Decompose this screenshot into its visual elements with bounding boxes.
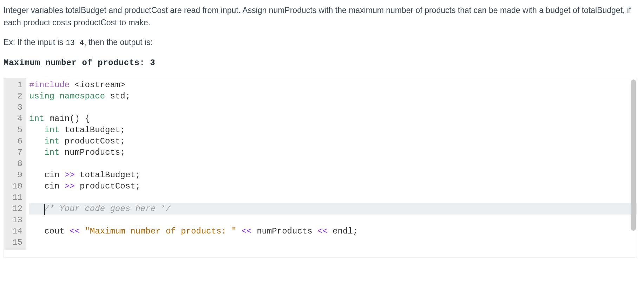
line-number-gutter: 123456789101112131415 [4, 78, 26, 250]
line-number: 11 [4, 192, 24, 203]
code-line[interactable]: cin >> totalBudget; [29, 170, 637, 181]
problem-paragraph-1: Integer variables totalBudget and produc… [4, 4, 640, 28]
problem-example: Ex: If the input is 13 4, then the outpu… [4, 36, 640, 49]
line-number: 7 [4, 147, 24, 158]
code-line[interactable]: #include <iostream> [29, 79, 637, 91]
code-line[interactable]: cout << "Maximum number of products: " <… [29, 226, 637, 237]
line-number: 13 [4, 215, 24, 226]
code-line[interactable]: /* Your code goes here */ [29, 203, 637, 215]
scrollbar-track[interactable] [631, 79, 636, 256]
scrollbar-thumb[interactable] [631, 79, 636, 231]
line-number: 12 [4, 203, 24, 215]
line-number: 10 [4, 181, 24, 192]
problem-description: Integer variables totalBudget and produc… [4, 4, 640, 69]
code-line[interactable] [29, 158, 637, 170]
line-number: 14 [4, 226, 24, 237]
line-number: 4 [4, 113, 24, 124]
code-editor[interactable]: 123456789101112131415 #include <iostream… [4, 78, 637, 258]
line-number: 3 [4, 102, 24, 113]
code-line[interactable]: int numProducts; [29, 147, 637, 158]
example-output: Maximum number of products: 3 [4, 57, 640, 69]
code-line[interactable] [29, 215, 637, 226]
code-line[interactable] [29, 237, 637, 248]
code-line[interactable]: cin >> productCost; [29, 181, 637, 192]
line-number: 5 [4, 124, 24, 136]
example-input: 13 4 [65, 39, 84, 47]
line-number: 8 [4, 158, 24, 170]
code-line[interactable]: int main() { [29, 113, 637, 124]
code-line[interactable] [29, 102, 637, 113]
code-line[interactable]: using namespace std; [29, 91, 637, 102]
line-number: 1 [4, 79, 24, 91]
example-suffix: , then the output is: [84, 38, 153, 47]
code-line[interactable]: int productCost; [29, 136, 637, 147]
line-number: 15 [4, 237, 24, 248]
example-prefix: Ex: If the input is [4, 38, 65, 47]
text-cursor [44, 204, 45, 215]
line-number: 2 [4, 91, 24, 102]
code-content[interactable]: #include <iostream>using namespace std;i… [26, 78, 637, 250]
code-line[interactable]: int totalBudget; [29, 124, 637, 136]
code-line[interactable] [29, 192, 637, 203]
line-number: 6 [4, 136, 24, 147]
line-number: 9 [4, 170, 24, 181]
